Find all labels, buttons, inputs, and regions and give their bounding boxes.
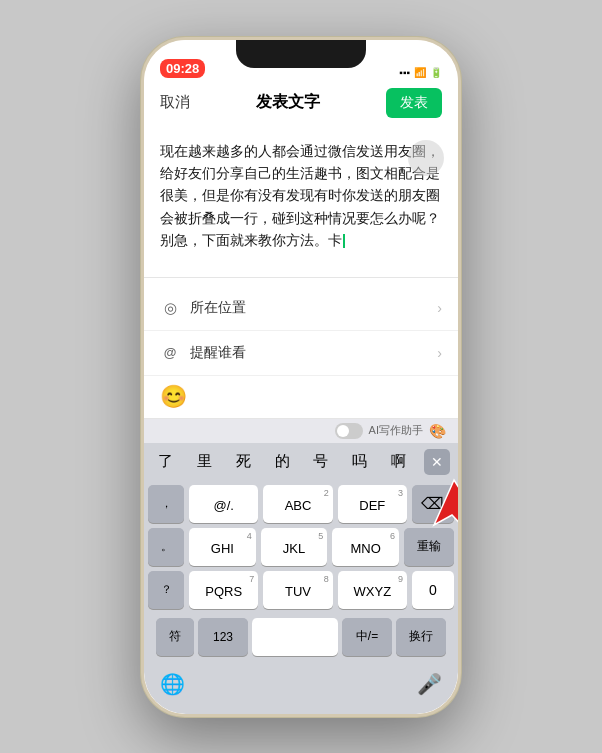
key-num: 8: [324, 574, 329, 584]
delete-suggestion-button[interactable]: ✕: [424, 449, 450, 475]
sym-label: 符: [169, 628, 181, 645]
key-num: 7: [249, 574, 254, 584]
suggestion-item[interactable]: 吗: [346, 450, 373, 473]
key-num: 5: [318, 531, 323, 541]
suggestion-item[interactable]: 了: [152, 450, 179, 473]
mention-label: 提醒谁看: [190, 344, 437, 362]
ai-toggle[interactable]: [335, 423, 363, 439]
emoji-icon[interactable]: 😊: [160, 384, 187, 410]
key-num: 9: [398, 574, 403, 584]
location-icon: ◎: [160, 298, 180, 318]
key-jkl[interactable]: 5 JKL: [261, 528, 328, 566]
delete-key[interactable]: ⌫: [412, 485, 454, 523]
sym-key[interactable]: 符: [156, 618, 194, 656]
location-arrow-icon: ›: [437, 300, 442, 316]
signal-icon: ▪▪▪: [399, 67, 410, 78]
location-menu-item[interactable]: ◎ 所在位置 ›: [144, 286, 458, 331]
menu-section: ◎ 所在位置 › @ 提醒谁看 ›: [144, 286, 458, 376]
key-num: 6: [390, 531, 395, 541]
key-tuv[interactable]: 8 TUV: [263, 571, 332, 609]
key-abc[interactable]: 2 ABC: [263, 485, 332, 523]
keyboard-bottom-row: 符 123 中/= 换行: [148, 614, 454, 670]
globe-icon[interactable]: 🌐: [160, 672, 185, 696]
mention-menu-item[interactable]: @ 提醒谁看 ›: [144, 331, 458, 376]
ai-emoji-icon: 🎨: [429, 423, 446, 439]
key-mno[interactable]: 6 MNO: [332, 528, 399, 566]
emoji-bar[interactable]: 😊: [144, 376, 458, 419]
mention-arrow-icon: ›: [437, 345, 442, 361]
enter-label: 换行: [409, 628, 433, 645]
key-num: 3: [398, 488, 403, 498]
cancel-button[interactable]: 取消: [160, 93, 190, 112]
suggestion-item[interactable]: 号: [307, 450, 334, 473]
text-cursor: [343, 234, 345, 248]
key-at[interactable]: @/.: [189, 485, 258, 523]
publish-button[interactable]: 发表: [386, 88, 442, 118]
key-zero[interactable]: 0: [412, 571, 454, 609]
key-question[interactable]: ？: [148, 571, 184, 609]
ch-key[interactable]: 中/=: [342, 618, 392, 656]
notch: [236, 40, 366, 68]
text-content-body: 现在越来越多的人都会通过微信发送用友圈，给好友们分享自己的生活趣书，图文相配合是…: [160, 143, 440, 249]
battery-icon: 🔋: [430, 67, 442, 78]
num123-label: 123: [213, 630, 233, 644]
key-num: 2: [324, 488, 329, 498]
key-label: PQRS: [205, 584, 242, 599]
text-area[interactable]: 现在越来越多的人都会通过微信发送用友圈，给好友们分享自己的生活趣书，图文相配合是…: [144, 128, 458, 278]
ai-label: AI写作助手: [369, 423, 423, 438]
key-label: MNO: [351, 541, 381, 556]
globe-mic-row: 🌐 🎤: [148, 670, 454, 702]
key-label: WXYZ: [354, 584, 392, 599]
key-label: TUV: [285, 584, 311, 599]
num123-key[interactable]: 123: [198, 618, 248, 656]
keyboard: ， @/. 2 ABC 3 DEF ⌫: [144, 481, 458, 714]
ch-label: 中/=: [356, 628, 378, 645]
key-label: GHI: [211, 541, 234, 556]
key-num: 4: [247, 531, 252, 541]
status-icons: ▪▪▪ 📶 🔋: [399, 67, 442, 78]
phone-frame: 09:28 ▪▪▪ 📶 🔋 取消 发表文字 发表 现在越来越多的人都会通过微信发…: [141, 37, 461, 717]
key-row-2: 。 4 GHI 5 JKL 6 MNO 重输: [148, 528, 454, 566]
key-wxyz[interactable]: 9 WXYZ: [338, 571, 407, 609]
location-label: 所在位置: [190, 299, 437, 317]
screen: 09:28 ▪▪▪ 📶 🔋 取消 发表文字 发表 现在越来越多的人都会通过微信发…: [144, 40, 458, 714]
red-arrow: [424, 475, 458, 530]
reenter-key[interactable]: 重输: [404, 528, 454, 566]
key-def[interactable]: 3 DEF: [338, 485, 407, 523]
key-row-1: ， @/. 2 ABC 3 DEF ⌫: [148, 485, 454, 523]
page-title: 发表文字: [256, 92, 320, 113]
suggestion-item[interactable]: 里: [191, 450, 218, 473]
status-time: 09:28: [160, 59, 205, 78]
key-punctuation[interactable]: ，: [148, 485, 184, 523]
enter-key[interactable]: 换行: [396, 618, 446, 656]
key-label: ABC: [285, 498, 312, 513]
key-ghi[interactable]: 4 GHI: [189, 528, 256, 566]
key-label: @/.: [213, 498, 233, 513]
suggestion-bar: 了 里 死 的 号 吗 啊 ✕: [144, 443, 458, 481]
mention-icon: @: [160, 343, 180, 363]
ai-toggle-knob: [337, 425, 349, 437]
wifi-icon: 📶: [414, 67, 426, 78]
key-label: DEF: [359, 498, 385, 513]
avatar: [408, 140, 444, 176]
suggestion-item[interactable]: 死: [230, 450, 257, 473]
post-text: 现在越来越多的人都会通过微信发送用友圈，给好友们分享自己的生活趣书，图文相配合是…: [160, 140, 442, 252]
suggestion-item[interactable]: 的: [269, 450, 296, 473]
key-dot[interactable]: 。: [148, 528, 184, 566]
ai-bar: AI写作助手 🎨: [144, 419, 458, 443]
suggestion-item[interactable]: 啊: [385, 450, 412, 473]
space-key[interactable]: [252, 618, 338, 656]
key-pqrs[interactable]: 7 PQRS: [189, 571, 258, 609]
key-label: JKL: [283, 541, 305, 556]
svg-marker-0: [434, 480, 458, 530]
mic-icon[interactable]: 🎤: [417, 672, 442, 696]
key-row-3: ？ 7 PQRS 8 TUV 9 WXYZ 0: [148, 571, 454, 609]
